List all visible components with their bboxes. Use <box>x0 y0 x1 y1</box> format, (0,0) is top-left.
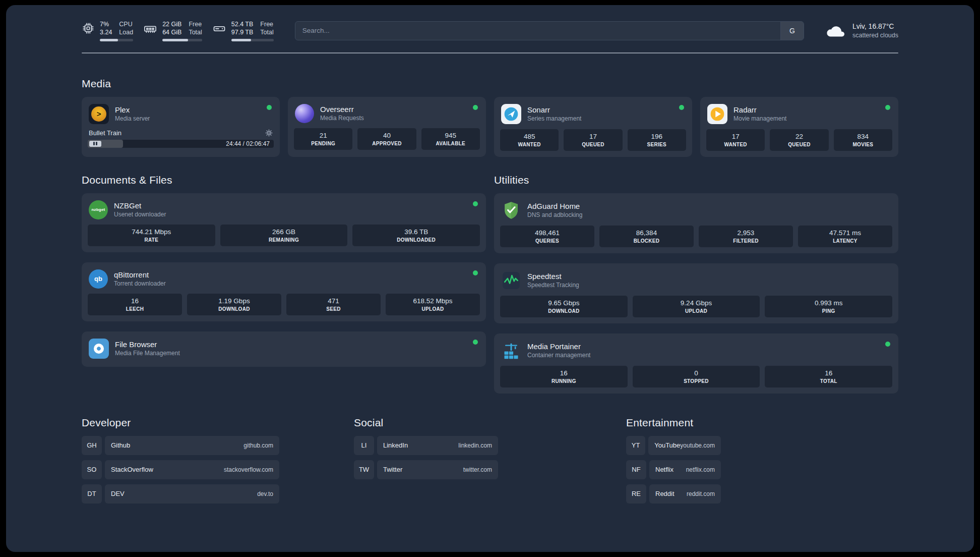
app-link-speedtest[interactable]: Speedtest Speedtest Tracking <box>500 268 892 295</box>
bookmark-abbr: RE <box>626 484 646 504</box>
stat-tile: 498,461 QUERIES <box>500 226 594 247</box>
app-name: NZBGet <box>114 201 166 210</box>
playback-progress-bar[interactable]: 24:44 / 02:06:47 <box>88 140 274 148</box>
stat-label: APPROVED <box>372 141 402 146</box>
bookmark-linkedin[interactable]: LI LinkedIn linkedin.com <box>354 436 498 455</box>
app-card-qbittorrent: qb qBittorrent Torrent downloader 16 LEE… <box>82 262 486 321</box>
bookmark-url: netflix.com <box>686 466 715 473</box>
bookmark-abbr: GH <box>82 436 102 455</box>
section-title-developer: Developer <box>82 417 354 429</box>
stat-value: 17 <box>732 133 740 140</box>
app-link-overseerr[interactable]: Overseerr Media Requests <box>294 102 480 127</box>
stat-label: SEED <box>326 306 340 312</box>
bookmark-name: LinkedIn <box>383 441 408 449</box>
stat-label: LEECH <box>126 306 144 312</box>
stat-label: AVAILABLE <box>436 141 465 146</box>
memory-free-label: Free <box>189 20 202 28</box>
stat-value: 471 <box>328 297 339 305</box>
bookmark-abbr: SO <box>82 460 102 479</box>
search-input[interactable] <box>295 22 780 40</box>
stat-tile: 9.65 Gbps DOWNLOAD <box>500 296 628 317</box>
app-subtitle: Usenet downloader <box>114 211 166 218</box>
app-card-radarr: Radarr Movie management 17 WANTED 22 QUE… <box>700 97 898 157</box>
stat-tile: 17 WANTED <box>706 129 765 151</box>
disk-total-value: 97.9 TB <box>231 28 254 36</box>
stat-value: 0 <box>694 369 698 377</box>
bookmark-abbr: NF <box>626 460 646 479</box>
bookmark-github[interactable]: GH Github github.com <box>82 436 279 455</box>
cpu-icon <box>82 22 95 35</box>
cpu-percent: 7% <box>100 20 112 28</box>
stat-value: 9.65 Gbps <box>548 299 579 307</box>
stat-tile: 471 SEED <box>286 294 381 315</box>
bookmark-twitter[interactable]: TW Twitter twitter.com <box>354 460 498 479</box>
app-subtitle: Torrent downloader <box>114 280 166 287</box>
bookmark-dev-to[interactable]: DT DEV dev.to <box>82 484 279 504</box>
stat-value: 40 <box>383 132 391 139</box>
stat-label: TOTAL <box>820 378 837 384</box>
bookmark-abbr: YT <box>626 436 645 455</box>
stat-tile: 834 MOVIES <box>834 129 892 151</box>
stat-tile: 266 GB REMAINING <box>220 225 348 246</box>
app-link-adguard[interactable]: AdGuard Home DNS and adblocking <box>500 198 892 225</box>
app-link-portainer[interactable]: Media Portainer Container management <box>500 339 892 365</box>
adguard-icon <box>501 200 521 220</box>
bookmark-group-entertainment: Entertainment YT YouTube youtube.com NF … <box>626 417 898 504</box>
bookmark-reddit[interactable]: RE Reddit reddit.com <box>626 484 721 504</box>
stat-tile: 16 TOTAL <box>765 366 892 387</box>
cpu-widget: 7% 3.24 CPU Load <box>82 20 133 41</box>
stat-label: PING <box>822 308 835 314</box>
stat-label: MOVIES <box>852 142 873 147</box>
cloud-icon <box>825 23 846 39</box>
app-card-adguard: AdGuard Home DNS and adblocking 498,461 … <box>494 193 898 253</box>
stat-tile: 40 APPROVED <box>357 128 416 150</box>
bookmark-url: twitter.com <box>463 466 492 473</box>
topbar: 7% 3.24 CPU Load <box>82 20 898 41</box>
stat-label: BLOCKED <box>634 238 660 244</box>
app-subtitle: Movie management <box>733 115 786 122</box>
stat-tile: 16 LEECH <box>88 294 182 315</box>
app-card-plex: > Plex Media server Bullet Train <box>82 97 280 157</box>
stat-tile: 945 AVAILABLE <box>421 128 480 150</box>
app-name: AdGuard Home <box>527 202 582 210</box>
app-name: qBittorrent <box>114 270 166 279</box>
memory-total-value: 64 GiB <box>162 28 181 36</box>
stat-label: QUERIES <box>535 238 559 244</box>
cpu-load-label: Load <box>119 28 133 36</box>
stat-value: 744.21 Mbps <box>132 228 171 236</box>
pause-button[interactable] <box>89 141 101 147</box>
status-dot <box>473 201 478 206</box>
bookmark-netflix[interactable]: NF Netflix netflix.com <box>626 460 721 479</box>
bookmark-youtube[interactable]: YT YouTube youtube.com <box>626 436 721 455</box>
app-link-sonarr[interactable]: Sonarr Series management <box>500 102 686 128</box>
app-link-qbittorrent[interactable]: qb qBittorrent Torrent downloader <box>88 267 480 293</box>
settings-icon[interactable] <box>265 129 273 137</box>
app-link-radarr[interactable]: Radarr Movie management <box>706 102 892 128</box>
stat-value: 945 <box>445 132 457 139</box>
app-subtitle: Media server <box>115 115 150 122</box>
disk-icon <box>212 22 226 36</box>
stat-tile: 17 QUEUED <box>564 129 622 151</box>
stat-label: QUEUED <box>788 142 811 147</box>
status-dot <box>679 105 684 110</box>
stat-value: 17 <box>589 133 597 140</box>
app-link-plex[interactable]: > Plex Media server <box>88 102 274 128</box>
memory-free-value: 22 GiB <box>162 20 181 28</box>
bookmark-name: Netflix <box>655 466 673 473</box>
bookmark-stackoverflow[interactable]: SO StackOverflow stackoverflow.com <box>82 460 279 479</box>
bookmark-name: DEV <box>111 490 125 497</box>
stat-label: UPLOAD <box>421 306 444 312</box>
stat-label: WANTED <box>724 142 747 147</box>
stat-value: 22 <box>795 133 803 140</box>
stat-tile: 47.571 ms LATENCY <box>798 226 892 247</box>
search-provider-button[interactable]: G <box>780 22 804 40</box>
search-bar: G <box>295 21 804 40</box>
divider <box>82 52 898 53</box>
stat-label: SERIES <box>647 142 666 147</box>
bookmark-group-social: Social LI LinkedIn linkedin.com TW Twitt… <box>354 417 626 504</box>
app-subtitle: Series management <box>527 115 581 122</box>
app-link-filebrowser[interactable]: File Browser Media File Management <box>88 337 480 361</box>
app-card-nzbget: nzbget NZBGet Usenet downloader 744.21 M… <box>82 193 486 252</box>
app-link-nzbget[interactable]: nzbget NZBGet Usenet downloader <box>88 198 480 224</box>
stat-label: RUNNING <box>552 378 576 384</box>
